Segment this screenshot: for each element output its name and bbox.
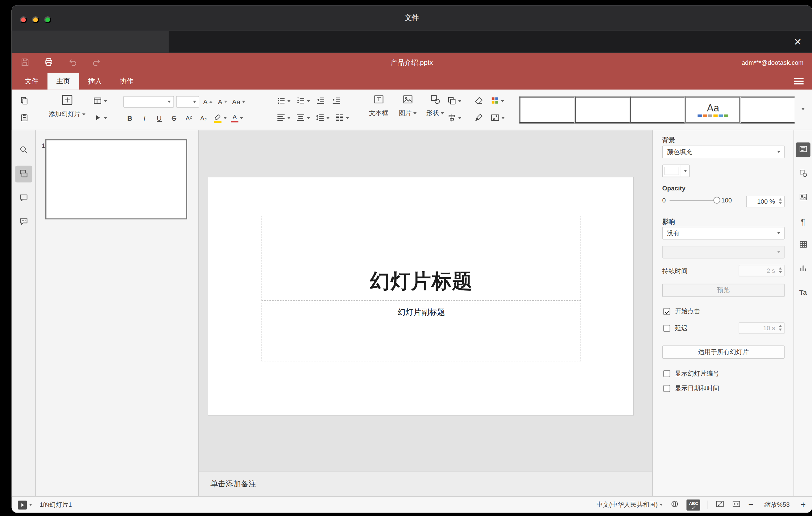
title-placeholder[interactable]: 幻灯片标题 bbox=[262, 216, 581, 300]
highlight-icon bbox=[213, 114, 222, 122]
subscript-button[interactable]: A₂ bbox=[197, 111, 210, 125]
spinner-arrows[interactable] bbox=[779, 198, 782, 204]
comments-button[interactable] bbox=[16, 190, 32, 207]
italic-icon: I bbox=[143, 114, 145, 122]
horizontal-align-button[interactable] bbox=[275, 111, 292, 125]
theme-item-selected[interactable]: Aa bbox=[685, 96, 741, 123]
slide-layout-button[interactable] bbox=[92, 94, 108, 108]
tab-file[interactable]: 文件 bbox=[16, 73, 48, 90]
search-button[interactable] bbox=[16, 142, 32, 159]
copy-style-button[interactable] bbox=[472, 111, 485, 125]
vertical-align-button[interactable] bbox=[295, 111, 311, 125]
increase-indent-button[interactable] bbox=[330, 94, 343, 108]
fit-width-button[interactable] bbox=[732, 500, 741, 510]
subtitle-placeholder[interactable]: 幻灯片副标题 bbox=[262, 303, 581, 362]
set-language-button[interactable] bbox=[670, 500, 679, 510]
align-left-icon bbox=[277, 113, 286, 124]
fill-type-select[interactable]: 颜色填充 bbox=[662, 146, 785, 158]
italic-button[interactable]: I bbox=[138, 111, 151, 125]
chart-icon bbox=[799, 264, 807, 274]
chart-settings-button[interactable] bbox=[796, 262, 810, 277]
shape-settings-button[interactable] bbox=[796, 167, 810, 181]
start-preview-button[interactable] bbox=[92, 111, 108, 125]
opacity-slider-track[interactable] bbox=[670, 200, 717, 201]
textbox-icon bbox=[373, 94, 384, 107]
theme-item-1[interactable] bbox=[519, 96, 575, 123]
tab-insert[interactable]: 插入 bbox=[79, 73, 111, 90]
color-scheme-button[interactable] bbox=[489, 94, 505, 108]
paragraph-settings-button[interactable]: ¶ bbox=[796, 214, 810, 229]
arrange-shape-button[interactable] bbox=[446, 94, 462, 108]
clear-style-button[interactable] bbox=[472, 94, 485, 108]
insert-image-button[interactable]: 图片 bbox=[394, 94, 420, 118]
macos-titlebar: 文件 bbox=[12, 5, 812, 31]
superscript-button[interactable]: A² bbox=[182, 111, 195, 125]
slide-thumbnail-1[interactable] bbox=[45, 139, 187, 220]
add-slide-button[interactable]: 添加幻灯片 bbox=[45, 94, 89, 118]
chevron-down-icon bbox=[501, 117, 504, 119]
theme-gallery-expand-button[interactable] bbox=[799, 104, 808, 114]
editor-header: 产品介绍.pptx adm***@dootask.com 文件 主页 插入 协作 bbox=[12, 53, 812, 90]
tab-home[interactable]: 主页 bbox=[48, 73, 79, 90]
insert-shape-button[interactable]: 形状 bbox=[422, 94, 448, 118]
close-icon[interactable]: × bbox=[789, 33, 807, 51]
theme-item-2[interactable] bbox=[575, 96, 630, 123]
chat-icon bbox=[19, 217, 29, 228]
slides-panel-button[interactable] bbox=[16, 166, 32, 183]
fill-color-picker[interactable] bbox=[662, 165, 690, 177]
columns-button[interactable] bbox=[334, 111, 350, 125]
bold-button[interactable]: B bbox=[123, 111, 136, 125]
font-color-button[interactable]: A bbox=[230, 111, 244, 125]
line-spacing-button[interactable] bbox=[314, 111, 331, 125]
duration-spinner: 2 s bbox=[738, 265, 785, 277]
bullets-button[interactable] bbox=[275, 94, 292, 108]
copy-button[interactable] bbox=[18, 94, 31, 108]
theme-item-5[interactable] bbox=[741, 96, 795, 123]
font-name-combo[interactable] bbox=[123, 96, 174, 108]
opacity-value-spinner[interactable]: 100 % bbox=[746, 196, 785, 207]
preview-button: 预览 bbox=[662, 284, 785, 297]
notes-area[interactable]: 单击添加备注 bbox=[199, 471, 652, 496]
strikeout-icon: S bbox=[172, 114, 176, 122]
theme-item-3[interactable] bbox=[630, 96, 685, 123]
start-on-click-checkbox[interactable] bbox=[663, 308, 670, 315]
show-slide-number-checkbox[interactable] bbox=[663, 370, 670, 377]
paste-button[interactable] bbox=[18, 111, 31, 125]
tab-collaboration[interactable]: 协作 bbox=[111, 73, 143, 90]
apply-to-all-slides-button[interactable]: 适用于所有幻灯片 bbox=[662, 345, 785, 359]
zoom-out-button[interactable]: − bbox=[749, 500, 753, 510]
image-settings-icon bbox=[799, 193, 807, 203]
numbering-button[interactable] bbox=[295, 94, 311, 108]
align-shape-button[interactable] bbox=[446, 111, 462, 125]
show-date-time-checkbox[interactable] bbox=[663, 385, 670, 392]
fit-slide-button[interactable] bbox=[716, 500, 725, 510]
opacity-max-label: 100 bbox=[721, 197, 732, 204]
language-selector[interactable]: 中文(中华人民共和国) bbox=[597, 500, 663, 509]
chat-button[interactable] bbox=[16, 213, 32, 231]
change-case-button[interactable]: Aa bbox=[231, 95, 246, 109]
slide-1[interactable]: 幻灯片标题 幻灯片副标题 bbox=[208, 177, 634, 416]
slide-size-button[interactable] bbox=[489, 111, 506, 125]
opacity-slider-knob[interactable] bbox=[713, 197, 720, 203]
chevron-down-icon bbox=[458, 117, 461, 119]
copy-icon bbox=[20, 96, 29, 107]
textart-settings-button[interactable]: Ta bbox=[796, 285, 810, 300]
font-size-combo[interactable] bbox=[176, 96, 199, 108]
slide-settings-button[interactable] bbox=[796, 142, 810, 157]
chevron-down-icon bbox=[413, 112, 416, 114]
decrease-font-size-button[interactable]: A bbox=[216, 95, 229, 109]
zoom-in-button[interactable]: + bbox=[801, 500, 806, 510]
start-slideshow-button[interactable] bbox=[18, 500, 32, 509]
increase-font-size-button[interactable]: A bbox=[201, 95, 214, 109]
menu-button[interactable] bbox=[794, 73, 804, 90]
delay-checkbox[interactable] bbox=[663, 325, 670, 332]
insert-textbox-button[interactable]: 文本框 bbox=[364, 94, 393, 118]
strikeout-button[interactable]: S bbox=[168, 111, 180, 125]
table-settings-button[interactable] bbox=[796, 238, 810, 253]
highlight-color-button[interactable] bbox=[212, 111, 228, 125]
effect-select[interactable]: 没有 bbox=[662, 227, 785, 239]
spellcheck-button[interactable]: ABC bbox=[687, 499, 700, 511]
decrease-indent-button[interactable] bbox=[314, 94, 327, 108]
image-settings-button[interactable] bbox=[796, 191, 810, 205]
underline-button[interactable]: U bbox=[153, 111, 166, 125]
